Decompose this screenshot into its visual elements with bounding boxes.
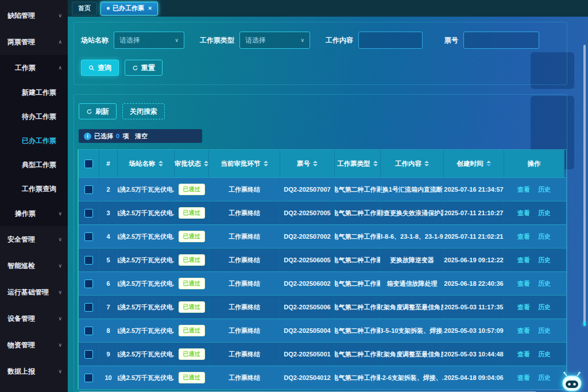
sidebar-item-数据上报[interactable]: 数据上报∨ <box>0 358 68 385</box>
ticket-no-input[interactable] <box>463 32 539 49</box>
column-header-工作内容[interactable]: 工作内容 <box>381 150 444 177</box>
history-link[interactable]: 历史 <box>538 232 551 241</box>
tab-已办工作票[interactable]: 已办工作票× <box>100 2 158 15</box>
tab-首页[interactable]: 首页 <box>72 2 97 15</box>
status-badge: 已通过 <box>179 207 205 219</box>
sidebar-item-典型工作票[interactable]: 典型工作票 <box>0 153 68 177</box>
column-header-票号[interactable]: 票号 <box>280 150 335 177</box>
vertical-scrollbar[interactable] <box>583 45 586 325</box>
view-link[interactable]: 查看 <box>517 232 530 241</box>
row-checkbox[interactable] <box>84 350 93 359</box>
view-link[interactable]: 查看 <box>517 374 530 382</box>
work-content: 4-2-6支架拆装、焊接、... <box>381 366 444 389</box>
column-header-工作票类型[interactable]: 工作票类型 <box>335 150 381 177</box>
work-content-label: 工作内容 <box>326 36 353 45</box>
table-row[interactable]: 5临洮2.5万千瓦光伏电...已通过工作票终结DQ2-202506005电气第二… <box>79 248 566 271</box>
view-link[interactable]: 查看 <box>517 303 530 312</box>
row-checkbox[interactable] <box>84 280 93 288</box>
table-row[interactable]: 10临洮2.5万千瓦光伏电...已通过工作票终结DQ2-202504012电气第… <box>79 366 566 389</box>
table-row[interactable]: 6临洮2.5万千瓦光伏电...已通过工作票终结DQ2-202506002电气第二… <box>79 271 566 295</box>
ticket-type: 电气第二种工作票 <box>335 178 381 201</box>
view-link[interactable]: 查看 <box>517 350 530 359</box>
sidebar-item-新建工作票[interactable]: 新建工作票 <box>0 80 68 104</box>
view-link[interactable]: 查看 <box>517 185 530 194</box>
sort-icon[interactable] <box>424 161 429 166</box>
sidebar-item-智能巡检[interactable]: 智能巡检∨ <box>0 253 68 279</box>
sort-icon[interactable] <box>313 161 318 166</box>
column-header-操作: 操作 <box>504 150 564 177</box>
column-header-创建时间[interactable]: 创建时间 <box>444 150 504 177</box>
status-badge: 已通过 <box>179 184 205 195</box>
created-time: 2025-07-11 21:10:27 <box>444 201 504 224</box>
sort-icon[interactable] <box>204 161 208 166</box>
table-row[interactable]: 7临洮2.5万千瓦光伏电...已通过工作票终结DQ2-202505006电气第二… <box>79 295 566 319</box>
view-link[interactable]: 查看 <box>517 256 530 265</box>
history-link[interactable]: 历史 <box>538 185 551 194</box>
reset-button[interactable]: 重置 <box>125 60 163 76</box>
table-panel: 刷新 关闭搜索 i 已选择 0 项 清空 #场站名称审批状态当前审批环节票号工作… <box>74 94 567 391</box>
sort-icon[interactable] <box>486 161 491 166</box>
ticket-type-select[interactable]: 请选择 ∨ <box>239 32 310 49</box>
select-all-checkbox[interactable] <box>84 160 93 168</box>
history-link[interactable]: 历史 <box>538 327 551 335</box>
status-badge: 已通过 <box>179 372 205 383</box>
station-name: 临洮2.5万千瓦光伏电... <box>118 366 175 389</box>
sidebar-item-待办工作票[interactable]: 待办工作票 <box>0 104 68 129</box>
tab-dot-icon <box>107 7 110 10</box>
approval-step: 工作票终结 <box>209 249 280 271</box>
vertical-scrollbar-thumb[interactable] <box>583 45 586 325</box>
view-link[interactable]: 查看 <box>517 280 530 288</box>
table-row[interactable]: 9临洮2.5万千瓦光伏电...已通过工作票终结DQ2-202505001电气第二… <box>79 342 566 366</box>
sidebar-item-设备管理[interactable]: 设备管理∨ <box>0 305 68 332</box>
view-link[interactable]: 查看 <box>517 209 530 218</box>
station-name: 临洮2.5万千瓦光伏电... <box>118 343 175 366</box>
refresh-button[interactable]: 刷新 <box>79 103 117 119</box>
sidebar: 缺陷管理∨两票管理∧工作票∧新建工作票待办工作票已办工作票典型工作票工作票查询操… <box>0 0 68 392</box>
scrollbar-glow-cap <box>583 321 586 326</box>
ticket-type: 电气第二种工作票 <box>335 272 381 295</box>
sidebar-item-安全管理[interactable]: 安全管理∨ <box>0 226 68 253</box>
row-checkbox[interactable] <box>84 256 93 265</box>
row-checkbox[interactable] <box>84 232 93 241</box>
sort-icon[interactable] <box>373 161 378 166</box>
close-search-button[interactable]: 关闭搜索 <box>122 103 165 119</box>
sidebar-item-两票管理[interactable]: 两票管理∧ <box>0 29 68 55</box>
history-link[interactable]: 历史 <box>538 350 551 359</box>
table-row[interactable]: 2临洮2.5万千瓦光伏电...已通过工作票终结DQ2-202507007电气第二… <box>79 177 566 201</box>
work-content-input[interactable] <box>358 32 423 49</box>
sidebar-item-工作票[interactable]: 工作票∧ <box>0 55 68 80</box>
sort-icon[interactable] <box>158 161 163 166</box>
table-row[interactable]: 8临洮2.5万千瓦光伏电...已通过工作票终结DQ2-202505004电气第二… <box>79 319 566 342</box>
station-select[interactable]: 请选择 ∨ <box>114 32 184 49</box>
assistant-robot-icon[interactable] <box>560 371 583 392</box>
sort-icon[interactable] <box>264 161 268 166</box>
ticket-type: 电气第二种工作票 <box>335 249 381 271</box>
approval-step: 工作票终结 <box>209 366 280 389</box>
view-link[interactable]: 查看 <box>517 327 530 335</box>
history-link[interactable]: 历史 <box>538 280 551 288</box>
status-badge: 已通过 <box>179 325 205 336</box>
history-link[interactable]: 历史 <box>538 303 551 312</box>
row-checkbox[interactable] <box>84 185 93 194</box>
sidebar-item-工作票查询[interactable]: 工作票查询 <box>0 177 68 201</box>
sidebar-item-缺陷管理[interactable]: 缺陷管理∨ <box>0 2 68 29</box>
sidebar-item-操作票[interactable]: 操作票∨ <box>0 201 68 226</box>
history-link[interactable]: 历史 <box>538 256 551 265</box>
row-checkbox[interactable] <box>84 303 93 312</box>
sidebar-item-已办工作票[interactable]: 已办工作票 <box>0 129 68 153</box>
query-button[interactable]: 查询 <box>81 60 119 76</box>
close-icon[interactable]: × <box>148 5 152 11</box>
sidebar-item-运行基础管理[interactable]: 运行基础管理∨ <box>0 279 68 305</box>
history-link[interactable]: 历史 <box>538 209 551 218</box>
column-header-审批状态[interactable]: 审批状态 <box>175 150 209 177</box>
column-header-场站名称[interactable]: 场站名称 <box>118 150 175 177</box>
row-checkbox[interactable] <box>84 374 93 382</box>
clear-selection-link[interactable]: 清空 <box>135 132 148 141</box>
row-checkbox[interactable] <box>84 209 93 218</box>
column-header-当前审批环节[interactable]: 当前审批环节 <box>209 150 280 177</box>
table-row[interactable]: 3临洮2.5万千瓦光伏电...已通过工作票终结DQ2-202507005电气第二… <box>79 201 566 224</box>
row-checkbox[interactable] <box>84 327 93 335</box>
history-link[interactable]: 历史 <box>538 374 551 382</box>
table-row[interactable]: 4临洮2.5万千瓦光伏电...已通过工作票终结DQ2-202507002电气第二… <box>79 224 566 248</box>
sidebar-item-物资管理[interactable]: 物资管理∨ <box>0 332 68 358</box>
